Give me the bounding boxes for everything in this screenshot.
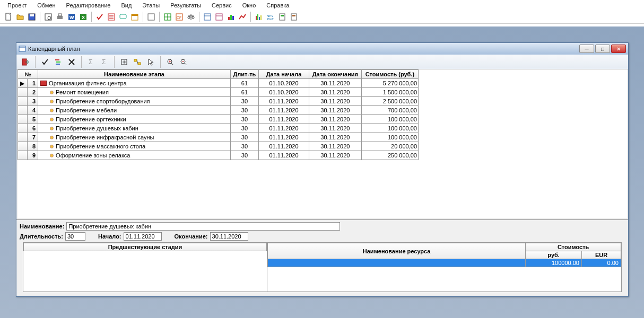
svg-rect-30 [216,14,222,20]
new-icon[interactable] [3,12,14,22]
svg-rect-43 [291,14,297,20]
table1-icon[interactable] [202,12,213,22]
svg-point-26 [188,16,190,19]
svg-rect-35 [256,16,257,20]
svg-rect-2 [30,14,34,16]
menu-service[interactable]: Сервис [206,1,237,10]
menu-view[interactable]: Вид [116,1,137,10]
svg-rect-36 [257,14,258,20]
svg-rect-15 [120,14,126,19]
bars-icon[interactable] [254,12,264,22]
word-icon[interactable]: W [66,12,77,22]
menubar: Проект Обмен Редактирование Вид Этапы Ре… [0,0,644,11]
menu-edit[interactable]: Редактирование [61,1,116,10]
svg-rect-17 [132,14,138,16]
svg-rect-18 [148,14,154,20]
grid-icon[interactable] [162,12,173,22]
table2-icon[interactable] [214,12,224,22]
svg-rect-5 [57,16,63,19]
menu-window[interactable]: Окно [237,1,262,10]
svg-rect-42 [281,15,284,16]
svg-point-27 [192,16,194,19]
save-icon[interactable] [27,12,37,22]
chat-icon[interactable] [118,12,128,22]
main-toolbar: W X CF NPVPI=? [0,11,644,24]
svg-text:W: W [69,15,74,20]
chart1-icon[interactable] [225,12,236,22]
list-icon[interactable] [106,12,117,22]
svg-rect-32 [228,17,230,20]
open-icon[interactable] [15,12,25,22]
report2-icon[interactable] [289,12,299,22]
excel-icon[interactable]: X [78,12,89,22]
svg-rect-28 [204,14,211,20]
report1-icon[interactable] [277,12,288,22]
menu-help[interactable]: Справка [261,1,294,10]
menu-results[interactable]: Результаты [165,1,206,10]
svg-rect-44 [292,15,295,16]
balance-icon[interactable] [186,12,196,22]
form-icon[interactable] [146,12,156,22]
svg-text:PI=?: PI=? [267,17,274,21]
svg-rect-41 [280,14,285,20]
preview-icon[interactable] [43,12,54,22]
svg-rect-33 [230,15,232,20]
check-icon[interactable] [94,12,105,22]
svg-rect-38 [260,15,262,20]
svg-rect-6 [58,14,62,16]
npv-icon[interactable]: NPVPI=? [265,12,276,22]
svg-text:X: X [82,15,85,20]
menu-project[interactable]: Проект [2,1,32,10]
svg-rect-34 [232,16,234,20]
svg-rect-37 [259,17,260,20]
calendar-icon[interactable] [129,12,140,22]
menu-stages[interactable]: Этапы [137,1,165,10]
chart2-icon[interactable] [237,12,248,22]
print-icon[interactable] [55,12,65,22]
cf-icon[interactable]: CF [174,12,185,22]
svg-text:CF: CF [177,16,181,20]
menu-exchange[interactable]: Обмен [32,1,60,10]
